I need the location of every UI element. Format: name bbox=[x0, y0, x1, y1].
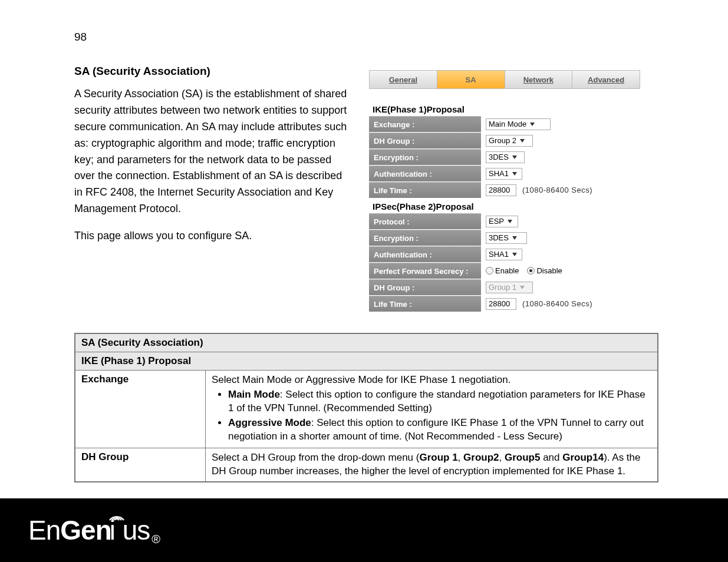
sa-paragraph-1: A Security Association (SA) is the estab… bbox=[74, 86, 351, 217]
pfs-enable-label: Enable bbox=[495, 266, 519, 275]
ipsec-protocol-label: Protocol : bbox=[369, 213, 481, 229]
ike-section-title: IKE(Phase 1)Proposal bbox=[373, 104, 640, 114]
ipsec-protocol-value: ESP bbox=[489, 217, 504, 226]
brand-part1: En bbox=[28, 514, 60, 546]
chevron-down-icon bbox=[520, 286, 525, 289]
pfs-disable-label: Disable bbox=[536, 266, 562, 275]
chevron-down-icon bbox=[512, 156, 517, 159]
ipsec-lifetime-input[interactable]: 28800 bbox=[486, 298, 516, 310]
ipsec-encryption-label: Encryption : bbox=[369, 230, 481, 246]
row-exchange-desc: Select Main Mode or Aggressive Mode for … bbox=[206, 371, 658, 448]
ike-lifetime-hint: (1080-86400 Secs) bbox=[522, 186, 592, 194]
chevron-down-icon bbox=[530, 123, 535, 126]
ike-exchange-select[interactable]: Main Mode bbox=[486, 118, 551, 130]
ipsec-encryption-select[interactable]: 3DES bbox=[486, 232, 527, 244]
sa-heading: SA (Security Association) bbox=[74, 65, 351, 78]
chevron-down-icon bbox=[512, 172, 517, 176]
page-number: 98 bbox=[74, 31, 658, 44]
ike-lifetime-input[interactable]: 28800 bbox=[486, 184, 516, 196]
brand-part3: us bbox=[123, 514, 150, 546]
ipsec-protocol-select[interactable]: ESP bbox=[486, 216, 518, 227]
ike-exchange-value: Main Mode bbox=[489, 120, 526, 128]
ike-dhgroup-value: Group 2 bbox=[489, 136, 516, 145]
ipsec-dhgroup-select: Group 1 bbox=[486, 282, 533, 293]
ipsec-dhgroup-label: DH Group : bbox=[369, 279, 481, 295]
ipsec-encryption-value: 3DES bbox=[489, 233, 509, 242]
tab-general[interactable]: General bbox=[370, 71, 437, 88]
ipsec-lifetime-label: Life Time : bbox=[369, 296, 481, 312]
brand-part2: Gen bbox=[60, 514, 111, 546]
ipsec-section-title: IPSec(Phase 2)Proposal bbox=[373, 201, 640, 211]
tab-network[interactable]: Network bbox=[505, 71, 573, 88]
ike-auth-select[interactable]: SHA1 bbox=[486, 168, 522, 180]
ike-encryption-value: 3DES bbox=[489, 153, 509, 161]
registered-icon: ® bbox=[151, 533, 160, 546]
ipsec-dhgroup-value: Group 1 bbox=[489, 283, 516, 292]
exchange-main-mode: Main Mode: Select this option to configu… bbox=[228, 388, 651, 415]
ipsec-lifetime-hint: (1080-86400 Secs) bbox=[522, 299, 592, 308]
ike-lifetime-label: Life Time : bbox=[369, 182, 481, 198]
ipsec-pfs-label: Perfect Forward Secrecy : bbox=[369, 263, 481, 279]
wifi-icon: i bbox=[110, 514, 123, 546]
chevron-down-icon bbox=[520, 139, 525, 143]
ike-dhgroup-select[interactable]: Group 2 bbox=[486, 135, 533, 147]
sa-config-panel: General SA Network Advanced IKE(Phase 1)… bbox=[369, 70, 640, 312]
row-exchange-key: Exchange bbox=[75, 371, 206, 448]
exchange-intro: Select Main Mode or Aggressive Mode for … bbox=[212, 373, 651, 387]
pfs-enable-radio[interactable] bbox=[486, 267, 493, 275]
tab-advanced[interactable]: Advanced bbox=[572, 71, 640, 88]
footer: EnGeni us® bbox=[0, 498, 728, 562]
exchange-aggressive-mode: Aggressive Mode: Select this option to c… bbox=[228, 416, 651, 444]
chevron-down-icon bbox=[512, 236, 517, 240]
ike-dhgroup-label: DH Group : bbox=[369, 133, 481, 148]
ipsec-auth-label: Authentication : bbox=[369, 246, 481, 262]
ike-encryption-label: Encryption : bbox=[369, 149, 481, 165]
brand-logo: EnGeni us® bbox=[28, 514, 160, 546]
table-header-ike: IKE (Phase 1) Proposal bbox=[75, 352, 658, 371]
ipsec-auth-value: SHA1 bbox=[489, 250, 509, 259]
ike-auth-value: SHA1 bbox=[489, 169, 509, 178]
row-dhgroup-desc: Select a DH Group from the drop-down men… bbox=[206, 448, 658, 481]
row-dhgroup-key: DH Group bbox=[75, 448, 206, 481]
ipsec-auth-select[interactable]: SHA1 bbox=[486, 249, 522, 260]
ike-encryption-select[interactable]: 3DES bbox=[486, 151, 525, 163]
tab-sa[interactable]: SA bbox=[437, 71, 505, 88]
ike-exchange-label: Exchange : bbox=[369, 116, 481, 132]
table-header-sa: SA (Security Association) bbox=[75, 333, 658, 352]
ike-auth-label: Authentication : bbox=[369, 166, 481, 181]
sa-description-table: SA (Security Association) IKE (Phase 1) … bbox=[74, 333, 658, 482]
chevron-down-icon bbox=[508, 220, 512, 223]
tab-bar: General SA Network Advanced bbox=[369, 70, 640, 89]
pfs-disable-radio[interactable] bbox=[527, 267, 535, 275]
chevron-down-icon bbox=[512, 253, 517, 256]
sa-paragraph-2: This page allows you to configure SA. bbox=[74, 228, 351, 244]
